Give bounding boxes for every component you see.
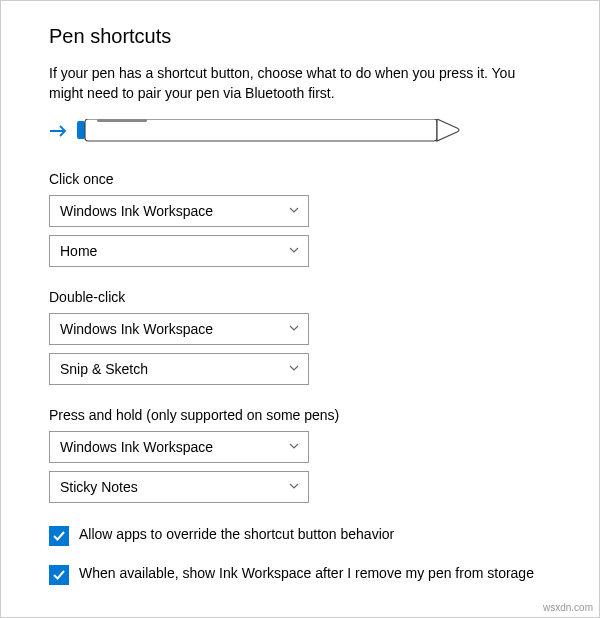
select-value: Sticky Notes xyxy=(60,479,138,495)
show-workspace-label: When available, show Ink Workspace after… xyxy=(79,564,534,584)
show-workspace-checkbox-row[interactable]: When available, show Ink Workspace after… xyxy=(49,564,551,585)
double-click-label: Double-click xyxy=(49,289,551,305)
select-value: Home xyxy=(60,243,97,259)
double-click-primary-select[interactable]: Windows Ink Workspace xyxy=(49,313,309,345)
click-once-primary-select[interactable]: Windows Ink Workspace xyxy=(49,195,309,227)
checkbox-checked-icon xyxy=(49,526,69,546)
chevron-down-icon xyxy=(288,203,300,219)
chevron-down-icon xyxy=(288,321,300,337)
pen-icon xyxy=(77,119,467,147)
svg-rect-2 xyxy=(97,119,147,122)
double-click-secondary-select[interactable]: Snip & Sketch xyxy=(49,353,309,385)
arrow-right-icon xyxy=(49,123,69,143)
press-hold-secondary-select[interactable]: Sticky Notes xyxy=(49,471,309,503)
select-value: Snip & Sketch xyxy=(60,361,148,377)
checkbox-checked-icon xyxy=(49,565,69,585)
chevron-down-icon xyxy=(288,479,300,495)
press-hold-section: Press and hold (only supported on some p… xyxy=(49,407,551,503)
svg-rect-1 xyxy=(85,119,437,141)
select-value: Windows Ink Workspace xyxy=(60,203,213,219)
chevron-down-icon xyxy=(288,243,300,259)
page-title: Pen shortcuts xyxy=(49,25,551,48)
override-label: Allow apps to override the shortcut butt… xyxy=(79,525,394,545)
chevron-down-icon xyxy=(288,361,300,377)
click-once-label: Click once xyxy=(49,171,551,187)
chevron-down-icon xyxy=(288,439,300,455)
select-value: Windows Ink Workspace xyxy=(60,439,213,455)
pen-description: If your pen has a shortcut button, choos… xyxy=(49,64,551,103)
press-hold-primary-select[interactable]: Windows Ink Workspace xyxy=(49,431,309,463)
svg-rect-0 xyxy=(77,121,85,139)
click-once-secondary-select[interactable]: Home xyxy=(49,235,309,267)
double-click-section: Double-click Windows Ink Workspace Snip … xyxy=(49,289,551,385)
override-checkbox-row[interactable]: Allow apps to override the shortcut butt… xyxy=(49,525,551,546)
select-value: Windows Ink Workspace xyxy=(60,321,213,337)
watermark: wsxdn.com xyxy=(543,602,593,613)
press-hold-label: Press and hold (only supported on some p… xyxy=(49,407,551,423)
click-once-section: Click once Windows Ink Workspace Home xyxy=(49,171,551,267)
pen-illustration xyxy=(49,119,551,147)
